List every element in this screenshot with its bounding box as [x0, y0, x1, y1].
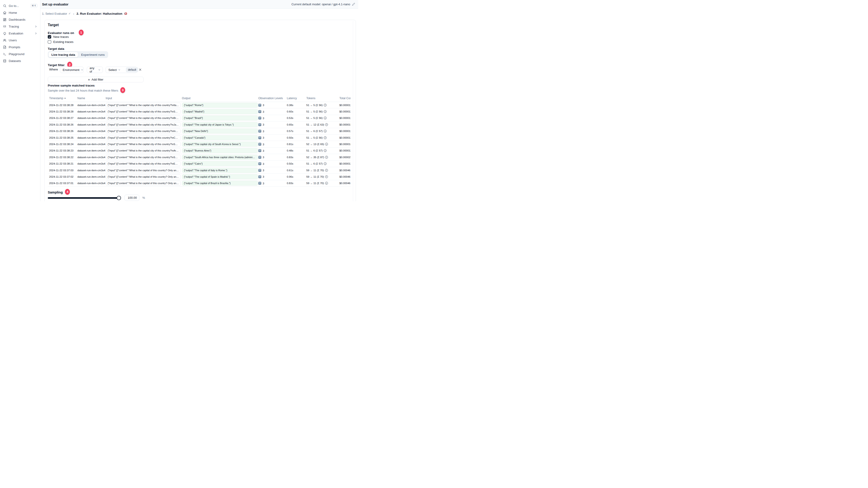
table-row[interactable]: 2024-11-22 03:38:24 dataset-run-item-cm3… — [48, 141, 351, 148]
info-square-icon: i — [258, 143, 261, 146]
add-filter-button[interactable]: + Add filter — [48, 77, 144, 83]
table-row[interactable]: 2024-11-22 03:38:22 dataset-run-item-cm3… — [48, 154, 351, 160]
tokens-info-icon[interactable]: i — [324, 130, 327, 132]
column-header-input[interactable]: Input — [105, 97, 112, 100]
chevron-right-icon — [34, 32, 37, 35]
cell-input[interactable]: {"input":[{"content":"What is the capita… — [106, 148, 181, 153]
tokens-info-icon[interactable]: i — [324, 117, 327, 119]
cell-output[interactable]: {"output":"The capital city of South Kor… — [182, 142, 258, 147]
keyboard-shortcut-badge: ⌘ K — [30, 4, 37, 8]
sidebar-item-dashboards[interactable]: Dashboards — [0, 16, 40, 23]
tokens-info-icon[interactable]: i — [325, 143, 328, 145]
sampling-percentage-input[interactable]: 100.00 — [124, 195, 140, 201]
sidebar-item-tracing[interactable]: Tracing — [0, 23, 40, 30]
plus-icon: + — [88, 77, 90, 82]
table-row[interactable]: 2024-11-22 03:38:26 dataset-run-item-cm3… — [48, 128, 351, 134]
cell-input[interactable]: {"input":[{"content":"What is the capita… — [106, 161, 181, 166]
table-row[interactable]: 2024-11-22 03:38:26 dataset-run-item-cm3… — [48, 122, 351, 128]
column-header-latency[interactable]: Latency — [287, 97, 297, 100]
table-row[interactable]: 2024-11-22 03:38:21 dataset-run-item-cm3… — [48, 161, 351, 167]
cell-output[interactable]: {"output":"The capital of Spain is Madri… — [182, 174, 258, 179]
tokens-info-icon[interactable]: i — [324, 162, 327, 165]
cell-output[interactable]: {"output":"Cairo"} — [182, 161, 258, 166]
cell-total-cost: $0.000011 ( — [339, 149, 351, 152]
sampling-slider[interactable] — [48, 196, 119, 200]
table-row[interactable]: 2024-11-22 03:37:01 dataset-run-item-cm3… — [48, 180, 351, 187]
tab-experiment-runs[interactable]: Experiment runs — [78, 52, 107, 57]
cell-output[interactable]: {"output":"Buenos Aires"} — [182, 148, 258, 153]
new-traces-checkbox[interactable] — [48, 35, 51, 39]
table-row[interactable]: 2024-11-22 03:37:02 dataset-run-item-cm3… — [48, 173, 351, 180]
cell-tokens: 51 → 6 (Σ 57)i — [306, 149, 327, 152]
table-row[interactable]: 2024-11-22 03:38:25 dataset-run-item-cm3… — [48, 134, 351, 141]
filter-operator-select[interactable]: any of — [87, 67, 103, 73]
column-header-tokens[interactable]: Tokens — [306, 97, 315, 100]
info-square-icon: i — [258, 156, 261, 159]
cell-input[interactable]: {"input":[{"content":"What is the capita… — [106, 181, 181, 186]
tokens-info-icon[interactable]: i — [325, 182, 328, 185]
filter-column-select[interactable]: Environment — [60, 67, 84, 73]
tokens-info-icon[interactable]: i — [325, 123, 328, 126]
slider-handle[interactable] — [117, 196, 121, 200]
sidebar-item-prompts[interactable]: Prompts — [0, 43, 40, 51]
tokens-info-icon[interactable]: i — [324, 110, 327, 113]
goto-search[interactable]: Go to... ⌘ K — [0, 2, 40, 9]
cell-input[interactable]: {"input":[{"content":"What is the capita… — [106, 109, 181, 114]
table-row[interactable]: 2024-11-22 03:38:28 dataset-run-item-cm3… — [48, 102, 351, 108]
column-header-output[interactable]: Output — [182, 97, 191, 100]
cell-name: dataset-run-item-cm3s4 — [78, 149, 105, 152]
tokens-info-icon[interactable]: i — [324, 104, 327, 106]
table-row[interactable]: 2024-11-22 03:38:23 dataset-run-item-cm3… — [48, 148, 351, 154]
cell-input[interactable]: {"input":[{"content":"What is the capita… — [106, 155, 181, 160]
column-header-timestamp[interactable]: Timestamp▼ — [49, 97, 66, 100]
table-row[interactable]: 2024-11-22 03:38:28 dataset-run-item-cm3… — [48, 108, 351, 115]
cell-input[interactable]: {"input":[{"content":"What is the capita… — [106, 174, 181, 179]
users-icon — [3, 39, 6, 42]
slider-track[interactable] — [48, 197, 119, 199]
table-row[interactable]: 2024-11-22 03:37:03 dataset-run-item-cm3… — [48, 167, 351, 173]
table-row[interactable]: 2024-11-22 03:38:27 dataset-run-item-cm3… — [48, 115, 351, 122]
tokens-info-icon[interactable]: i — [325, 156, 328, 159]
cell-output[interactable]: {"output":"South Africa has three capita… — [182, 155, 258, 160]
sidebar-item-playground[interactable]: Playground — [0, 51, 40, 57]
cell-observation-levels: i3 — [258, 123, 264, 126]
tab-live-tracing-data[interactable]: Live tracing data — [49, 52, 78, 57]
edit-model-icon[interactable] — [352, 3, 355, 6]
cell-output[interactable]: {"output":"Madrid"} — [182, 109, 258, 114]
tokens-info-icon[interactable]: i — [325, 169, 328, 172]
existing-traces-checkbox[interactable] — [48, 40, 51, 43]
cell-input[interactable]: {"input":[{"content":"What is the capita… — [106, 116, 181, 121]
filter-where-label: Where — [49, 68, 58, 71]
sidebar-item-datasets[interactable]: Datasets — [0, 57, 40, 64]
step-select-evaluator[interactable]: 1. Select Evaluator ✓ — [42, 12, 71, 15]
sidebar-item-home[interactable]: Home — [0, 9, 40, 16]
cell-tokens: 51 → 6 (Σ 57)i — [306, 162, 327, 165]
cell-output[interactable]: {"output":"Canada"} — [182, 135, 258, 140]
column-header-name[interactable]: Name — [78, 97, 85, 100]
cell-input[interactable]: {"input":[{"content":"What is the capita… — [106, 168, 181, 173]
cell-input[interactable]: {"input":[{"content":"What is the capita… — [106, 103, 181, 107]
column-header-observation-levels[interactable]: Observation Levels — [258, 97, 283, 100]
cell-output[interactable]: {"output":"New Delhi"} — [182, 129, 258, 134]
check-icon: ✓ — [68, 12, 71, 15]
cell-input[interactable]: {"input":[{"content":"What is the capita… — [106, 122, 181, 127]
tokens-info-icon[interactable]: i — [324, 149, 327, 152]
tokens-info-icon[interactable]: i — [325, 175, 328, 178]
remove-filter-button[interactable] — [138, 67, 143, 72]
cell-output[interactable]: {"output":"Rome"} — [182, 103, 258, 107]
chevron-down-icon — [81, 69, 83, 71]
cell-name: dataset-run-item-cm3s4 — [78, 169, 105, 172]
column-header-total-cost[interactable]: Total Cost — [339, 97, 351, 100]
sidebar-item-evaluation[interactable]: Evaluation — [0, 30, 40, 37]
cell-output[interactable]: {"output":"Brazil"} — [182, 116, 258, 121]
cell-output[interactable]: {"output":"The capital of Brazil is Bras… — [182, 181, 258, 186]
cell-output[interactable]: {"output":"The capital of Italy is Rome.… — [182, 168, 258, 173]
cell-total-cost: $0.000011 ( — [339, 104, 351, 106]
tokens-info-icon[interactable]: i — [324, 136, 327, 139]
sidebar-item-users[interactable]: Users — [0, 37, 40, 43]
cell-input[interactable]: {"input":[{"content":"What is the capita… — [106, 135, 181, 140]
cell-input[interactable]: {"input":[{"content":"What is the capita… — [106, 142, 181, 147]
filter-value-select[interactable]: Select default — [105, 67, 137, 73]
cell-input[interactable]: {"input":[{"content":"What is the capita… — [106, 129, 181, 134]
cell-output[interactable]: {"output":"The capital city of Japan is … — [182, 122, 258, 127]
